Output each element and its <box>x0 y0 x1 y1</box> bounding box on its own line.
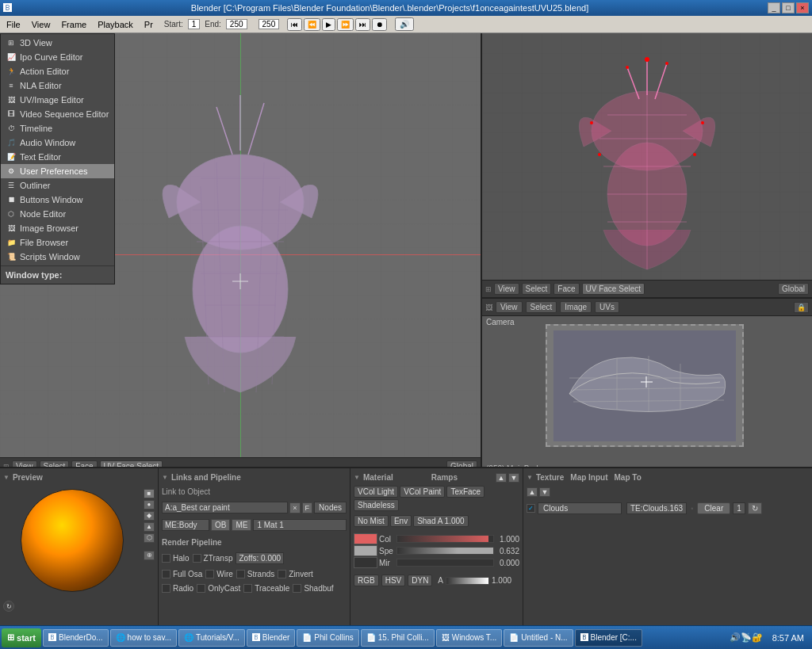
taskbar-blender-active[interactable]: 🅱 Blender [C:... <box>575 629 642 647</box>
object-name-field[interactable]: A:a_Best car paint <box>162 502 288 513</box>
vp-right-view[interactable]: View <box>494 283 519 295</box>
no-mist-tab[interactable]: No Mist <box>354 515 389 527</box>
menu-view[interactable]: View <box>29 18 54 31</box>
uv-canvas[interactable]: Camera <box>482 316 812 475</box>
play-prev-button[interactable]: ⏪ <box>304 18 320 31</box>
taskbar-phil[interactable]: 📄 Phil Collins <box>297 629 358 647</box>
menu-nodes[interactable]: ⬡ Node Editor <box>1 207 114 221</box>
tex-up-btn[interactable]: ▲ <box>527 487 538 497</box>
vp-right-face[interactable]: Face <box>553 283 579 295</box>
texface-tab[interactable]: TexFace <box>446 486 485 498</box>
wire-checkbox[interactable] <box>205 570 214 578</box>
halo-checkbox[interactable] <box>162 554 170 563</box>
frame-value[interactable]: 250 <box>259 19 280 29</box>
uv-lock-icon[interactable]: 🔒 <box>794 302 809 313</box>
end-value[interactable]: 250 <box>226 19 247 29</box>
menu-imgbrowser[interactable]: 🖼 Image Browser <box>1 221 114 235</box>
tex-num-field[interactable]: 1 <box>733 502 745 514</box>
taskbar-tutorials[interactable]: 🌐 Tutorials/V... <box>178 629 245 647</box>
a-bar[interactable] <box>446 577 489 585</box>
menu-ipo[interactable]: 📈 Ipo Curve Editor <box>1 50 114 64</box>
menu-buttons[interactable]: 🔲 Buttons Window <box>1 193 114 207</box>
fullosa-checkbox[interactable] <box>162 570 170 578</box>
onlycast-checkbox[interactable] <box>197 584 205 593</box>
menu-timeline[interactable]: ⏱ Timeline <box>1 121 114 136</box>
play-start-button[interactable]: ⏮ <box>287 18 302 31</box>
mesh-name-field[interactable]: ME:Body <box>162 519 209 531</box>
start-value[interactable]: 1 <box>188 19 201 29</box>
preview-btn-2[interactable]: ● <box>144 500 155 510</box>
menu-text[interactable]: 📝 Text Editor <box>1 150 114 164</box>
zinvert-checkbox[interactable] <box>278 570 286 578</box>
mat-down-btn[interactable]: ▼ <box>508 473 519 483</box>
hsv-tab[interactable]: HSV <box>381 575 406 586</box>
mat-up-btn[interactable]: ▲ <box>496 473 507 483</box>
taskbar-windows-t[interactable]: 🖼 Windows T... <box>436 629 503 647</box>
preview-btn-3[interactable]: ◆ <box>144 511 155 521</box>
uv-image-btn[interactable]: Image <box>560 301 592 313</box>
taskbar-blender-do[interactable]: 🅱 BlenderDo... <box>43 629 109 647</box>
vp-right-select[interactable]: Select <box>522 283 552 295</box>
shad-tab[interactable]: Shad A 1.000 <box>413 515 469 527</box>
menu-video[interactable]: 🎞 Video Sequence Editor <box>1 107 114 121</box>
menu-playback[interactable]: Playback <box>94 18 136 31</box>
taskbar-blender[interactable]: 🅱 Blender <box>247 629 295 647</box>
shadeless-tab[interactable]: Shadeless <box>354 499 399 511</box>
mir-bar[interactable] <box>396 559 494 567</box>
radio-checkbox[interactable] <box>162 584 170 593</box>
menu-action[interactable]: 🏃 Action Editor <box>1 64 114 78</box>
vcol-light-tab[interactable]: VCol Light <box>354 486 398 498</box>
uv-uvs-btn[interactable]: UVs <box>595 301 619 313</box>
mat-label-field[interactable]: 1 Mat 1 <box>253 519 347 531</box>
vcol-paint-tab[interactable]: VCol Paint <box>400 486 445 498</box>
strands-checkbox[interactable] <box>236 570 245 578</box>
play-next-button[interactable]: ⏩ <box>337 18 354 31</box>
uv-select-btn[interactable]: Select <box>526 301 557 313</box>
play-end-button[interactable]: ⏭ <box>355 18 370 31</box>
shadbuf-checkbox[interactable] <box>293 584 301 593</box>
taskbar-15-phil[interactable]: 📄 15. Phil Colli... <box>361 629 435 647</box>
preview-btn-1[interactable]: ■ <box>144 489 155 498</box>
tex-enable-checkbox[interactable] <box>527 504 535 513</box>
minimize-button[interactable]: _ <box>768 2 780 13</box>
uv-view-btn[interactable]: View <box>496 301 523 313</box>
clouds-label[interactable]: Clouds <box>538 502 622 514</box>
menu-scripts[interactable]: 📜 Scripts Window <box>1 250 114 264</box>
menu-nla[interactable]: ≡ NLA Editor <box>1 78 114 93</box>
vp-right-uvface[interactable]: UV Face Select <box>582 283 645 295</box>
tex-reload-btn[interactable]: ↻ <box>748 502 762 514</box>
vp-right-global[interactable]: Global <box>778 283 809 295</box>
rgb-tab[interactable]: RGB <box>354 575 379 586</box>
preview-refresh-btn[interactable]: ↻ <box>3 601 14 612</box>
menu-3dview[interactable]: ⊞ 3D View <box>1 36 114 50</box>
audio-button[interactable]: 🔊 <box>395 17 414 31</box>
menu-frame[interactable]: Frame <box>58 18 90 31</box>
preview-btn-6[interactable]: ⊕ <box>144 551 155 560</box>
ztransp-checkbox[interactable] <box>193 554 201 563</box>
viewport-right-top[interactable]: (250) MainBody ⊞ View Select Face UV Fac… <box>482 33 812 299</box>
clear-button[interactable]: Clear <box>697 502 730 514</box>
me-btn[interactable]: ME <box>232 519 251 531</box>
env-tab[interactable]: Env <box>390 515 412 527</box>
start-button[interactable]: ⊞ start <box>2 628 41 647</box>
ob-btn[interactable]: OB <box>211 519 230 531</box>
menu-outliner[interactable]: ☰ Outliner <box>1 178 114 193</box>
record-button[interactable]: ⏺ <box>372 18 387 31</box>
col-bar[interactable] <box>396 535 494 543</box>
menu-pr[interactable]: Pr <box>141 18 156 31</box>
nodes-btn[interactable]: Nodes <box>314 502 347 513</box>
close-button[interactable]: × <box>796 2 809 13</box>
f-btn[interactable]: F <box>302 502 313 513</box>
menu-file[interactable]: File <box>3 18 24 31</box>
preview-btn-4[interactable]: ▲ <box>144 522 155 532</box>
delete-mat-btn[interactable]: × <box>289 502 300 513</box>
taskbar-how-to-sav[interactable]: 🌐 how to sav... <box>110 629 177 647</box>
menu-uvimage[interactable]: 🖼 UV/Image Editor <box>1 93 114 107</box>
play-button[interactable]: ▶ <box>322 18 335 31</box>
dyn-tab[interactable]: DYN <box>408 575 432 586</box>
te-clouds-field[interactable]: TE:Clouds.163 <box>626 502 687 514</box>
zoffs-field[interactable]: Zoffs: 0.000 <box>236 552 284 564</box>
traceable-checkbox[interactable] <box>243 584 252 593</box>
menu-userprefs[interactable]: ⚙ User Preferences <box>1 164 114 178</box>
menu-audio[interactable]: 🎵 Audio Window <box>1 136 114 150</box>
